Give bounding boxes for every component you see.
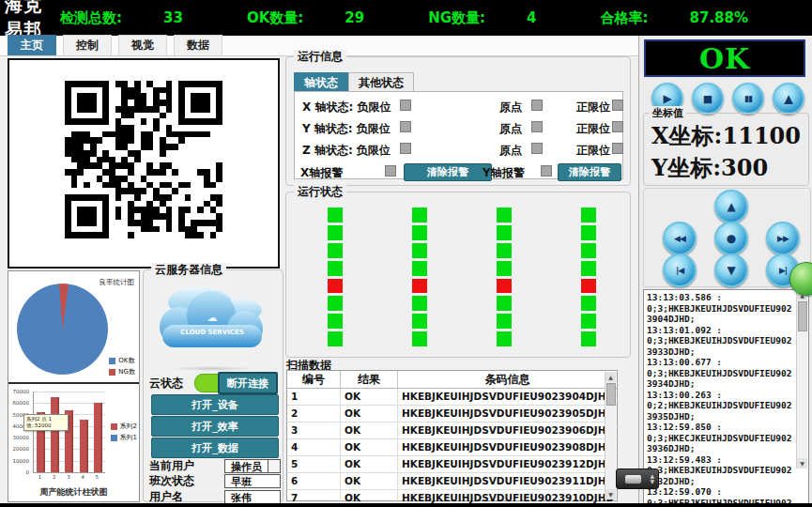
log-data: 0;3;HKEBJKEUIHJDSVDUFIEU9023932DJHD; [647,465,795,486]
qr-image-panel [8,58,280,269]
legend-item: NG数 [109,367,135,376]
stat-value: 87.88% [690,9,748,27]
field-label: 当前用户 [149,458,224,474]
log-time: 13:13:03.586 : [647,292,795,303]
log-time: 13:13:01.092 : [647,325,795,336]
result-value: OK [699,42,750,75]
row-id: 4 [287,439,341,455]
pos-limit-indicator [612,143,623,154]
status-led [412,225,427,240]
combo-dropdown-icon[interactable] [268,460,280,472]
open-button-2[interactable]: 打开_数据 [151,438,279,458]
record-button[interactable]: ● [714,222,748,255]
column-header: 编号 [287,371,341,388]
scrollbar-thumb[interactable] [798,301,807,331]
run-info-tab-1[interactable]: 其他状态 [348,72,414,92]
open-button-1[interactable]: 打开_效率 [151,416,279,437]
disconnect-button[interactable]: 断开连接 [218,372,278,394]
jog-right-button[interactable]: ▶▶ [766,222,800,255]
pos-limit-indicator [612,121,623,132]
title-bar: 海克易邦 检测总数:33OK数量:29NG数量:4合格率:87.88% [0,0,812,36]
table-row[interactable]: 1OKHKEBJKEUIHJDSVDUFIEU9023904DJHD [287,389,617,406]
header-stat: NG数量:4 [428,9,536,27]
mini-down-icon[interactable]: ▼ [650,479,654,484]
eject-button[interactable]: ▲ [773,83,804,115]
row-barcode: HKEBJKEUIHJDSVDUFIEU9023906DJHD [398,422,617,438]
legend-label: 系列1 [120,433,137,442]
row-result: OK [341,422,398,438]
field-value[interactable]: 张伟 [224,490,281,504]
row-barcode: HKEBJKEUIHJDSVDUFIEU9023905DJHD [398,406,617,422]
x-tick-label: 4 [81,474,84,480]
legend-label: OK数 [118,356,134,365]
table-row[interactable]: 6OKHKEBJKEUIHJDSVDUFIEU9023911DJHD [287,473,617,490]
stat-value: 33 [163,9,183,27]
neg-limit-indicator [400,121,411,132]
table-row[interactable]: 3OKHKEBJKEUIHJDSVDUFIEU9023906DJHD [287,422,617,439]
tab-home[interactable]: 主页 [8,35,56,55]
table-row[interactable]: 5OKHKEBJKEUIHJDSVDUFIEU9023912DJHD [287,456,617,473]
status-led [328,243,343,258]
pos-limit-label: 正限位 [576,100,610,115]
scroll-down-icon[interactable]: ▼ [605,489,616,499]
coordinates-panel: 坐标值 X坐标:11100 Y坐标:300 [643,113,809,186]
y-tick-label: 20000 [13,446,30,452]
scroll-down-icon[interactable]: ▼ [797,458,807,469]
run-status-panel: 运行状态 [285,192,631,358]
log-time: 13:12:59.483 : [647,454,795,466]
status-led [581,225,596,240]
column-header: 结果 [341,371,398,388]
bar-y-axis: 010000200003000040000500006000070000 [8,392,31,472]
legend-swatch [109,369,115,376]
axis-status-row: Z 轴状态: 负限位原点正限位 [295,143,622,156]
status-led [497,261,512,276]
field-value[interactable]: 早班 [224,474,281,488]
tab-control[interactable]: 控制 [63,35,112,55]
status-led [328,261,343,276]
status-led [497,243,512,258]
status-led [412,261,427,276]
table-row[interactable]: 2OKHKEBJKEUIHJDSVDUFIEU9023905DJHD [287,406,617,422]
log-scrollbar[interactable]: ▲ ▼ [796,290,807,469]
jog-up-button[interactable]: ▲ [714,190,748,223]
scrollbar-thumb[interactable] [606,383,616,406]
status-led [412,331,427,346]
log-data: 0;3;HKEBJKEUIHJDSVDUFIEU9023934DJHD; [647,368,795,390]
user-combobox[interactable]: 操作员 [224,459,281,473]
status-led [497,314,512,329]
origin-label: 原点 [499,121,522,137]
origin-indicator [531,121,543,132]
run-info-tab-0[interactable]: 轴状态 [294,72,348,92]
jog-down-button[interactable]: ▼ [714,254,748,287]
stat-label: NG数量: [428,9,485,27]
mini-toolbar-button[interactable] [625,475,641,484]
stop-button[interactable]: ■ [692,83,724,115]
open-button-0[interactable]: 打开_设备 [151,394,279,415]
led-column [328,207,343,349]
cloud-field-row: 当前用户操作员 [149,458,281,473]
jog-left-button[interactable]: ◀◀ [663,222,697,255]
status-led [328,296,343,311]
x-tick-label: 5 [96,474,100,480]
clear-alarm-button[interactable]: 清除报警 [558,163,621,181]
floating-mini-toolbar[interactable]: ▲ ▼ [616,469,659,489]
pos-limit-indicator [612,100,623,111]
cloud-field-row: 班次状态早班 [149,474,281,489]
stat-value: 29 [345,9,364,27]
status-led [581,314,596,329]
bar [51,397,59,472]
table-scrollbar[interactable]: ▲ ▼ [605,372,616,499]
axis-label: Z 轴状态: 负限位 [302,143,391,159]
cloud-field-row: 用户名张伟 [149,489,281,504]
pause-button[interactable]: ▮▮ [732,83,764,115]
status-led [328,279,343,294]
table-row[interactable]: 4OKHKEBJKEUIHJDSVDUFIEU9023908DJHD [287,439,617,456]
scroll-up-icon[interactable]: ▲ [605,372,616,382]
status-led [328,314,343,329]
bar [80,420,88,473]
row-barcode: HKEBJKEUIHJDSVDUFIEU9023911DJHD [398,473,617,489]
tab-data[interactable]: 数据 [174,35,222,55]
step-start-button[interactable]: |◀ [663,254,697,287]
tab-vision[interactable]: 视觉 [118,35,167,55]
log-textbox[interactable]: 13:13:03.586 :0;3;HKEBJKEUIHJDSVDUFIEU90… [643,289,809,505]
